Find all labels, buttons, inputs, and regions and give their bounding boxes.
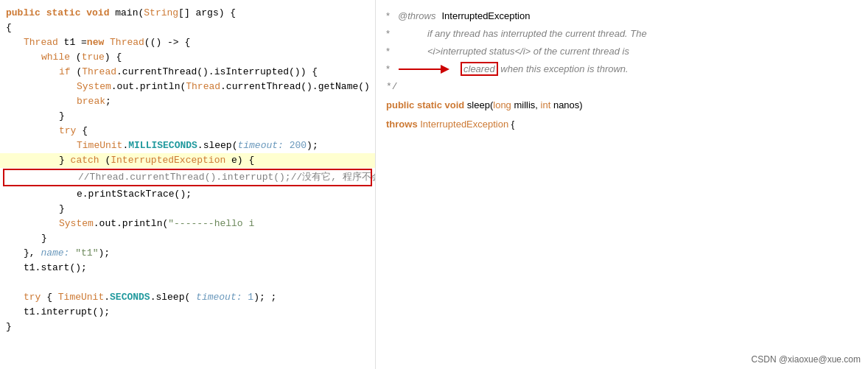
- param-name: name:: [41, 246, 69, 261]
- doc-throws-type: InterruptedException: [442, 8, 531, 24]
- field-seconds: SECONDS: [110, 290, 150, 305]
- class-timeunit-2: TimeUnit: [58, 290, 104, 305]
- doc-throws-tag: @throws: [398, 8, 436, 24]
- doc-text-3-rest: when this exception is thrown.: [500, 63, 628, 74]
- field-milliseconds: MILLISECONDS: [128, 138, 197, 153]
- keyword-void: void: [86, 6, 109, 21]
- doc-star-1: *: [386, 8, 393, 24]
- keyword-catch: catch: [71, 153, 99, 168]
- doc-star-2: *: [386, 26, 393, 42]
- kw-throws: throws: [386, 116, 418, 133]
- kw-void-2: void: [445, 97, 465, 113]
- keyword-try-2: try: [24, 290, 41, 305]
- class-timeunit: TimeUnit: [77, 138, 122, 153]
- kw-public-2: public: [386, 97, 414, 113]
- doc-line-2: * <i>interrupted status</i> of the curre…: [386, 43, 858, 60]
- string-hello: "-------hello i: [168, 217, 254, 231]
- code-line-22: }: [0, 320, 375, 334]
- class-interrupted-exception: InterruptedException: [111, 153, 225, 168]
- type-thread: Thread: [24, 35, 58, 50]
- code-line-1: public static void main( String [] args)…: [0, 6, 375, 21]
- keyword-public: public: [6, 6, 41, 21]
- comment-line: //Thread.currentThread().interrupt();//没…: [3, 169, 372, 186]
- keyword-break: break: [77, 94, 105, 109]
- param-timeout: timeout:: [237, 138, 283, 153]
- keyword-while: while: [41, 50, 70, 65]
- code-line-14: }: [0, 202, 375, 217]
- keyword-try: try: [59, 124, 76, 138]
- doc-line-1: * if any thread has interrupted the curr…: [386, 25, 858, 43]
- left-panel: public static void main( String [] args)…: [0, 0, 376, 369]
- type-string: String: [144, 6, 178, 21]
- keyword-static: static: [46, 6, 81, 21]
- type-thread2: Thread: [110, 35, 144, 50]
- code-line-blank: [0, 275, 375, 290]
- keyword-if: if: [59, 65, 71, 80]
- code-line-15: System .out.println( "-------hello i: [0, 217, 375, 231]
- right-panel: * @throws InterruptedException * if any …: [376, 0, 868, 369]
- code-line-4: while ( true ) {: [0, 50, 375, 65]
- class-thread-4: Thread: [186, 80, 220, 94]
- class-system-2: System: [59, 217, 94, 231]
- class-system: System: [77, 80, 111, 94]
- type-interrupted-exc-2: InterruptedException: [420, 116, 508, 133]
- code-line-10: TimeUnit . MILLISECONDS .sleep( timeout:…: [0, 138, 375, 153]
- param-timeout2: timeout:: [196, 290, 242, 305]
- main-container: public static void main( String [] args)…: [0, 0, 868, 369]
- method-sig-line-2: throws InterruptedException {: [386, 115, 858, 134]
- code-line-6: System .out.println( Thread .currentThre…: [0, 80, 375, 94]
- doc-text-1: if any thread has interrupted the curren…: [398, 26, 647, 42]
- kw-static-2: static: [417, 97, 442, 113]
- value-1: 1: [248, 290, 253, 305]
- doc-panel: * @throws InterruptedException * if any …: [386, 7, 858, 134]
- code-line-5: if ( Thread .currentThread().isInterrupt…: [0, 65, 375, 80]
- keyword-new: new: [87, 35, 104, 50]
- doc-text-2: <i>interrupted status</i> of the current…: [398, 43, 629, 60]
- method-sig-line-1: public static void sleep( long millis, i…: [386, 96, 858, 115]
- doc-star-3: *: [386, 43, 393, 60]
- red-arrow-icon: [395, 61, 454, 77]
- code-line-7: break ;: [0, 94, 375, 109]
- code-line-2: {: [0, 21, 375, 35]
- code-line-18: t1.start();: [0, 261, 375, 275]
- code-line-9: try {: [0, 124, 375, 138]
- value-200: 200: [290, 138, 307, 153]
- doc-line-3: * cleared when this exception is thrown.: [386, 60, 858, 78]
- code-line-20: try { TimeUnit . SECONDS .sleep( timeout…: [0, 290, 375, 305]
- code-line-11: } catch ( InterruptedException e) {: [0, 153, 375, 168]
- doc-star-4: *: [386, 61, 393, 77]
- doc-close-star: */: [386, 79, 398, 95]
- doc-close-comment: */: [386, 78, 858, 96]
- code-line-8: }: [0, 109, 375, 124]
- type-int: int: [541, 97, 551, 113]
- code-line-16: }: [0, 231, 375, 246]
- type-long: long: [493, 97, 511, 113]
- class-thread-3: Thread: [82, 65, 116, 80]
- comment-text: //Thread.currentThread().interrupt();//没…: [78, 170, 376, 185]
- code-line-21: t1.interrupt();: [0, 305, 375, 320]
- code-line-17: }, name: "t1" );: [0, 246, 375, 261]
- watermark: CSDN @xiaoxue@xue.com: [752, 354, 861, 365]
- keyword-true: true: [82, 50, 105, 65]
- doc-throws-line: * @throws InterruptedException: [386, 7, 858, 25]
- string-t1: "t1": [75, 246, 98, 261]
- code-line-3: Thread t1 = new Thread (() -> {: [0, 35, 375, 50]
- cleared-box: cleared: [461, 62, 498, 76]
- code-line-13: e.printStackTrace();: [0, 187, 375, 202]
